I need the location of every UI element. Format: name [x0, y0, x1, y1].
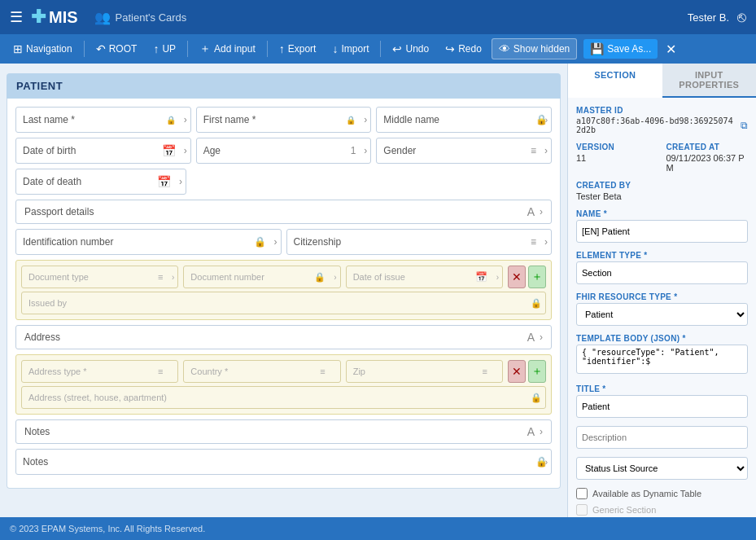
undo-label: Undo — [405, 43, 429, 55]
address-street-field[interactable]: Address (street, house, apartment) 🔒 — [21, 386, 546, 409]
export-button[interactable]: ↑ Export — [273, 39, 323, 59]
add-input-button[interactable]: ＋ Add input — [193, 38, 262, 59]
show-hidden-button[interactable]: 👁 Show hidden — [492, 38, 577, 59]
section-title: PATIENT — [7, 73, 561, 99]
document-number-field[interactable]: Document number 🔒 › — [183, 266, 340, 288]
last-name-field[interactable]: Last name * 🔒 › — [15, 107, 191, 133]
address-label: Address — [24, 331, 527, 343]
gender-field[interactable]: Gender ≡ › — [376, 138, 552, 164]
notes2-group: Notes 🔒 › — [15, 449, 552, 475]
undo-button[interactable]: ↩ Undo — [386, 39, 435, 59]
status-list-select[interactable]: Status List Source — [576, 457, 748, 480]
dod-group: Date of death 📅 › — [15, 169, 186, 195]
document-number-field-group: Document number 🔒 › — [183, 266, 340, 288]
separator-2 — [187, 41, 188, 57]
fhir-resource-type-select[interactable]: Patient — [576, 303, 748, 326]
address-row[interactable]: Address A › — [15, 325, 552, 349]
issued-by-label: Issued by — [28, 298, 67, 308]
document-type-field[interactable]: Document type ≡ › — [21, 266, 178, 288]
template-body-textarea[interactable]: { "resourceType": "Patient", "identifier… — [576, 345, 748, 374]
country-field[interactable]: Country * ≡ — [183, 360, 340, 383]
zip-list-icon: ≡ — [483, 367, 487, 376]
right-panel: SECTION INPUT PROPERTIES MASTER ID a107c… — [567, 64, 756, 517]
zip-field[interactable]: Zip ≡ — [346, 360, 503, 383]
age-field[interactable]: Age 1 › — [196, 138, 372, 164]
root-label: ROOT — [109, 43, 138, 55]
section-tab[interactable]: SECTION — [568, 64, 662, 98]
notes-row[interactable]: Notes A › — [15, 419, 552, 444]
dob-field[interactable]: Date of birth 📅 › — [15, 138, 191, 164]
title-group: TITLE * — [576, 384, 748, 418]
element-type-label: ELEMENT TYPE * — [576, 251, 748, 260]
up-label: UP — [162, 43, 176, 55]
first-name-label: First name * — [203, 114, 256, 125]
input-properties-tab[interactable]: INPUT PROPERTIES — [662, 64, 757, 96]
module-label: Patient's Cards — [116, 11, 187, 24]
middle-name-field[interactable]: Middle name 🔒 › — [376, 107, 552, 133]
separator-1 — [84, 41, 85, 57]
root-button[interactable]: ↶ ROOT — [90, 39, 144, 59]
id-number-group: Identification number 🔒 › — [15, 229, 282, 255]
age-group: Age 1 › — [196, 138, 372, 164]
available-dynamic-checkbox[interactable] — [576, 488, 588, 499]
copy-icon[interactable]: ⧉ — [741, 120, 748, 131]
hamburger-menu[interactable]: ☰ — [10, 8, 23, 26]
up-button[interactable]: ↑ UP — [146, 39, 182, 59]
element-type-input[interactable] — [576, 261, 748, 284]
available-dynamic-row: Available as Dynamic Table — [576, 488, 748, 499]
import-button[interactable]: ↓ Import — [326, 39, 375, 59]
first-name-group: First name * 🔒 › — [196, 107, 372, 133]
citizenship-chevron-icon: › — [544, 236, 548, 248]
navigation-button[interactable]: ⊞ Navigation — [7, 39, 79, 59]
toolbar: ⊞ Navigation ↶ ROOT ↑ UP ＋ Add input ↑ E… — [0, 34, 756, 64]
issued-by-lock-icon: 🔒 — [531, 298, 542, 309]
eye-icon: 👁 — [499, 42, 510, 55]
generic-section-checkbox[interactable] — [576, 504, 588, 516]
created-at-col: CREATED AT 09/11/2023 06:37 PM — [666, 143, 749, 173]
template-body-label: TEMPLATE BODY (JSON) * — [576, 334, 748, 343]
remove-address-button[interactable]: ✕ — [508, 360, 526, 383]
name-input[interactable] — [576, 220, 748, 243]
add-document-button[interactable]: ＋ — [528, 266, 546, 288]
issue-chevron-icon: › — [496, 273, 499, 282]
last-name-group: Last name * 🔒 › — [15, 107, 191, 133]
gender-group: Gender ≡ › — [376, 138, 552, 164]
status-list-group: Status List Source — [576, 457, 748, 480]
dod-row: Date of death 📅 › — [15, 169, 552, 195]
gender-label: Gender — [383, 145, 416, 156]
version-created-row: VERSION 11 CREATED AT 09/11/2023 06:37 P… — [576, 143, 748, 173]
citizenship-field[interactable]: Citizenship ≡ › — [286, 229, 553, 255]
add-address-button[interactable]: ＋ — [528, 360, 546, 383]
first-name-chevron-icon: › — [364, 114, 367, 125]
document-row-1: Document type ≡ › Document number 🔒 › — [21, 266, 546, 288]
name-group: NAME * — [576, 209, 748, 243]
redo-button[interactable]: ↪ Redo — [439, 39, 488, 59]
id-number-field[interactable]: Identification number 🔒 › — [15, 229, 282, 255]
address-type-field[interactable]: Address type * ≡ — [21, 360, 178, 383]
dod-field[interactable]: Date of death 📅 › — [15, 169, 186, 195]
document-row-2: Issued by 🔒 — [21, 292, 546, 314]
passport-row[interactable]: Passport details A › — [15, 200, 552, 224]
right-panel-content: MASTER ID a107c80f:36ab-4096-bd98:369250… — [568, 98, 756, 517]
remove-document-button[interactable]: ✕ — [508, 266, 526, 288]
save-as-button[interactable]: 💾 Save As... — [583, 39, 658, 59]
navigation-icon: ⊞ — [13, 42, 23, 55]
last-name-expand-icon: 🔒 — [166, 116, 176, 125]
issued-by-field[interactable]: Issued by 🔒 — [21, 292, 546, 314]
app-logo: ✚ MIS — [31, 7, 78, 28]
name-row: Last name * 🔒 › First name * 🔒 › Middle … — [15, 107, 552, 133]
title-input[interactable] — [576, 395, 748, 418]
middle-name-label: Middle name — [383, 114, 439, 125]
close-button[interactable]: ✕ — [661, 38, 681, 60]
created-at-label: CREATED AT — [666, 143, 749, 151]
date-of-issue-field[interactable]: Date of issue 📅 › — [346, 266, 503, 288]
description-input[interactable] — [576, 426, 748, 449]
logout-icon[interactable]: ⎋ — [737, 9, 746, 26]
notes2-field[interactable]: Notes 🔒 › — [15, 449, 552, 475]
top-nav-right: Tester B. ⎋ — [688, 9, 746, 26]
id-citizenship-row: Identification number 🔒 › Citizenship ≡ … — [15, 229, 552, 255]
first-name-field[interactable]: First name * 🔒 › — [196, 107, 372, 133]
zip-field-group: Zip ≡ — [346, 360, 503, 383]
app-title: MIS — [49, 8, 78, 27]
dob-group: Date of birth 📅 › — [15, 138, 191, 164]
